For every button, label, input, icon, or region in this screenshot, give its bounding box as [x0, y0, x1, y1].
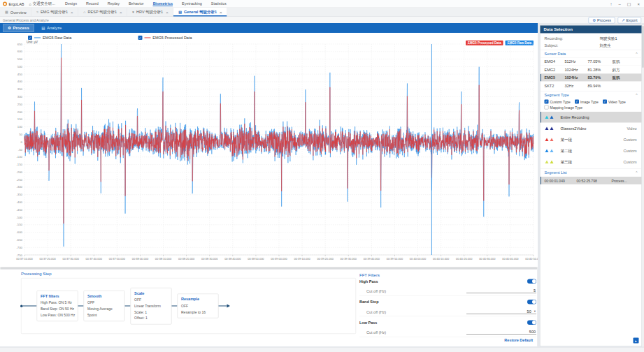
close-tab-icon[interactable]: ×	[220, 10, 222, 15]
type-filter-video-type[interactable]: ✓Video Type	[603, 100, 626, 104]
filter-checkbox[interactable]	[545, 105, 549, 110]
emg-signal-chart[interactable]: 650600550500450400350300250200150100500-…	[0, 40, 538, 267]
y-tick-label: 150	[17, 117, 23, 121]
tab-resp-1[interactable]: ∩RESP 驾驶分析1×	[78, 8, 127, 17]
tab-general-1[interactable]: ▤General 驾驶分析1×	[173, 8, 227, 17]
menu-item-statistics[interactable]: Statistics	[211, 1, 227, 7]
filter-checkbox[interactable]: ✓	[575, 100, 579, 104]
segment-type-label: Video	[627, 126, 637, 131]
legend-swatch	[34, 38, 41, 38]
filter-checkbox[interactable]: ✓	[545, 100, 549, 104]
segment-row-glasses2video[interactable]: Glasses2VideoVideo	[541, 123, 642, 134]
processing-step-card-resample[interactable]: ResampleOFFResample to 16	[178, 294, 219, 318]
info-label: Subject:	[545, 43, 600, 47]
segment-list-row[interactable]: 00:00:01.04900:52:25.798Process...	[541, 177, 642, 184]
high-pass-toggle[interactable]	[527, 279, 536, 284]
tab-label: RESP 驾驶分析1	[88, 10, 117, 15]
project-switcher[interactable]: ⌂ 交通安全研...	[29, 1, 65, 7]
cutoff-value: 50	[527, 309, 531, 314]
band-stop-toggle[interactable]	[527, 300, 536, 305]
export-button[interactable]: ↗Export	[617, 17, 641, 24]
close-tab-icon[interactable]: ×	[71, 10, 73, 15]
tab-overview[interactable]: ▦Overview	[0, 8, 31, 17]
sensor-row-emg2[interactable]: EMG21024Hz81.28%斜方	[541, 66, 642, 74]
segment-name: 第一段	[561, 137, 573, 142]
restore-default-link[interactable]: Restore Default	[504, 338, 533, 342]
processing-step-title: Processing Step	[21, 271, 357, 276]
y-tick-label: 600	[17, 50, 23, 53]
sensor-position: 斜方	[613, 67, 638, 73]
sensor-row-skt2[interactable]: SKT232Hz89.94%	[541, 82, 642, 90]
data-selection-header: Data Selection	[541, 26, 642, 34]
band-stop-cutoff-select[interactable]: 50▾	[466, 309, 536, 314]
chart-horizontal-scrollbar[interactable]	[0, 267, 538, 270]
processing-step-card-fft-filters[interactable]: FFT filtersHigh Pass: ON 5 HzBand Stop: …	[37, 291, 78, 321]
mode-tab-process[interactable]: ⚙Process	[3, 24, 34, 32]
type-filter-mapping-image-type[interactable]: Mapping Image Type	[545, 105, 583, 110]
type-filter-custom-type[interactable]: ✓Custom Type	[545, 100, 571, 104]
low-pass-toggle[interactable]	[527, 320, 536, 325]
close-tab-icon[interactable]: ×	[166, 10, 169, 15]
action-bar: ⚙Process↗Export	[589, 17, 641, 24]
segment-flag-icon	[550, 138, 554, 142]
section-header-segment-list[interactable]: Segment List^	[541, 169, 642, 177]
status-bar	[0, 347, 644, 352]
sensor-rate: 32Hz	[565, 84, 588, 88]
x-tick-label: 00:37:10.000	[16, 257, 33, 261]
step-card-title: Scale	[134, 291, 168, 295]
close-tab-icon[interactable]: ×	[120, 10, 122, 15]
fft-filter-low-pass: Low Pass	[359, 318, 536, 326]
segment-row-item[interactable]: 第三段Custom	[541, 156, 642, 168]
scrollbar-thumb[interactable]	[1, 267, 538, 270]
y-tick-label: -550	[16, 223, 22, 226]
update-icon[interactable]: ↑	[610, 1, 612, 6]
y-tick-label: -450	[16, 208, 22, 212]
process-button[interactable]: ⚙Process	[589, 17, 615, 24]
low-pass-cutoff-input[interactable]: 500	[466, 330, 536, 335]
processing-step-card-smooth[interactable]: SmoothOFFMoving Average5point	[84, 291, 125, 321]
menu-bar: DesignRecordReplayBehaviorBiometricsEyet…	[65, 1, 227, 7]
segment-flag-icon	[550, 116, 554, 119]
close-icon[interactable]: ×	[637, 1, 640, 6]
y-tick-label: -150	[16, 163, 22, 166]
section-header-segment-type[interactable]: Segment Type^	[541, 91, 642, 98]
x-tick-label: 00:40:40.000	[502, 257, 519, 261]
sensor-row-emg4[interactable]: EMG4512Hz77.05%肱肌	[541, 57, 642, 66]
segment-row-entire-recording[interactable]: Entire Recording	[541, 112, 642, 123]
title-bar: ErgoLAB ⌂ 交通安全研... DesignRecordReplayBeh…	[0, 0, 644, 8]
menu-item-biometrics[interactable]: Biometrics	[153, 1, 173, 7]
menu-item-replay[interactable]: Replay	[108, 1, 120, 7]
fft-filter-name: Band Stop	[359, 300, 379, 304]
minimize-icon[interactable]: –	[618, 1, 620, 6]
divider	[359, 337, 536, 337]
tab-emg-1[interactable]: ≈EMG 驾驶分析1×	[31, 8, 78, 17]
menu-item-design[interactable]: Design	[65, 1, 77, 7]
cutoff-label: Cut off (Hz)	[366, 330, 386, 335]
fft-filters-title: FFT Filters	[359, 272, 536, 277]
tab-hrv-1[interactable]: ♥HRV 驾驶分析1×	[127, 8, 173, 17]
segment-row-item[interactable]: 第二段Custom	[541, 145, 642, 156]
panel-bottom-button[interactable]: ▸	[634, 338, 639, 344]
menu-item-eyetracking[interactable]: Eyetracking	[182, 1, 202, 7]
section-title: Segment Type	[545, 93, 569, 97]
maximize-icon[interactable]: ▢	[627, 1, 631, 6]
sensor-name: EMG5	[545, 75, 565, 80]
segment-flag-icon	[545, 127, 549, 131]
segment-row-item[interactable]: 第一段Custom	[541, 134, 642, 145]
mode-tab-analyze[interactable]: ▤Analyze	[37, 24, 66, 32]
segment-flag-icon	[550, 161, 554, 164]
high-pass-cutoff-input[interactable]: 5	[466, 288, 536, 293]
mode-tab-label: Analyze	[47, 26, 62, 31]
processing-step-card-scale[interactable]: ScaleOFFLinear TransformScale: 1Offset: …	[131, 288, 172, 325]
menu-item-record[interactable]: Record	[86, 1, 99, 7]
sensor-quality: 77.05%	[588, 59, 613, 64]
section-header-sensor-data[interactable]: Sensor Data^	[541, 50, 642, 58]
menu-item-behavior[interactable]: Behavior	[129, 1, 144, 7]
scrollbar-thumb[interactable]	[643, 26, 644, 68]
filter-checkbox[interactable]: ✓	[603, 100, 607, 104]
x-tick-label: 00:38:30.000	[201, 257, 218, 261]
sensor-row-emg5[interactable]: EMG51024Hz83.79%肱肌	[541, 73, 642, 82]
step-card-line: High Pass: ON 5 Hz	[41, 300, 74, 306]
x-tick-label: 00:38:10.000	[155, 257, 172, 261]
type-filter-image-type[interactable]: ✓Image Type	[575, 100, 599, 104]
